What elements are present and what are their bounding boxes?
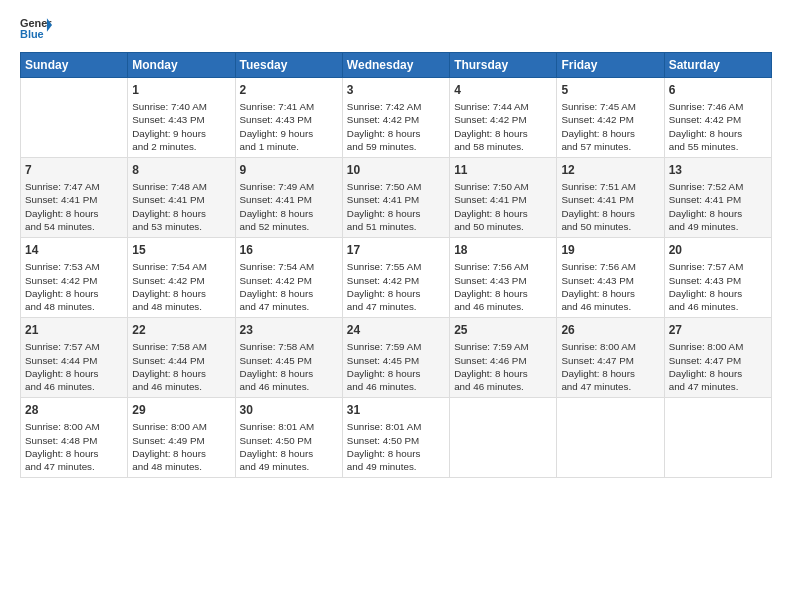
calendar-cell bbox=[21, 78, 128, 158]
day-number: 22 bbox=[132, 322, 230, 338]
calendar-cell: 21Sunrise: 7:57 AMSunset: 4:44 PMDayligh… bbox=[21, 318, 128, 398]
day-info: Sunrise: 7:52 AMSunset: 4:41 PMDaylight:… bbox=[669, 180, 767, 233]
calendar-cell: 25Sunrise: 7:59 AMSunset: 4:46 PMDayligh… bbox=[450, 318, 557, 398]
calendar-cell: 20Sunrise: 7:57 AMSunset: 4:43 PMDayligh… bbox=[664, 238, 771, 318]
calendar-cell: 31Sunrise: 8:01 AMSunset: 4:50 PMDayligh… bbox=[342, 398, 449, 478]
calendar-cell: 24Sunrise: 7:59 AMSunset: 4:45 PMDayligh… bbox=[342, 318, 449, 398]
day-number: 20 bbox=[669, 242, 767, 258]
calendar-cell: 22Sunrise: 7:58 AMSunset: 4:44 PMDayligh… bbox=[128, 318, 235, 398]
logo: GeneralBlue bbox=[20, 16, 52, 44]
day-number: 2 bbox=[240, 82, 338, 98]
day-info: Sunrise: 7:56 AMSunset: 4:43 PMDaylight:… bbox=[454, 260, 552, 313]
day-number: 13 bbox=[669, 162, 767, 178]
day-number: 14 bbox=[25, 242, 123, 258]
calendar-cell: 14Sunrise: 7:53 AMSunset: 4:42 PMDayligh… bbox=[21, 238, 128, 318]
calendar-cell: 4Sunrise: 7:44 AMSunset: 4:42 PMDaylight… bbox=[450, 78, 557, 158]
calendar-week: 28Sunrise: 8:00 AMSunset: 4:48 PMDayligh… bbox=[21, 398, 772, 478]
calendar-cell: 11Sunrise: 7:50 AMSunset: 4:41 PMDayligh… bbox=[450, 158, 557, 238]
calendar-cell: 12Sunrise: 7:51 AMSunset: 4:41 PMDayligh… bbox=[557, 158, 664, 238]
day-info: Sunrise: 7:55 AMSunset: 4:42 PMDaylight:… bbox=[347, 260, 445, 313]
day-info: Sunrise: 8:00 AMSunset: 4:47 PMDaylight:… bbox=[669, 340, 767, 393]
header-day: Friday bbox=[557, 53, 664, 78]
day-number: 26 bbox=[561, 322, 659, 338]
page-header: GeneralBlue bbox=[20, 16, 772, 44]
day-info: Sunrise: 7:58 AMSunset: 4:45 PMDaylight:… bbox=[240, 340, 338, 393]
calendar-cell bbox=[450, 398, 557, 478]
calendar-cell: 13Sunrise: 7:52 AMSunset: 4:41 PMDayligh… bbox=[664, 158, 771, 238]
calendar-cell: 23Sunrise: 7:58 AMSunset: 4:45 PMDayligh… bbox=[235, 318, 342, 398]
day-number: 16 bbox=[240, 242, 338, 258]
day-info: Sunrise: 7:57 AMSunset: 4:43 PMDaylight:… bbox=[669, 260, 767, 313]
day-number: 27 bbox=[669, 322, 767, 338]
day-info: Sunrise: 7:51 AMSunset: 4:41 PMDaylight:… bbox=[561, 180, 659, 233]
day-number: 25 bbox=[454, 322, 552, 338]
day-info: Sunrise: 8:00 AMSunset: 4:48 PMDaylight:… bbox=[25, 420, 123, 473]
day-info: Sunrise: 7:53 AMSunset: 4:42 PMDaylight:… bbox=[25, 260, 123, 313]
calendar-cell: 6Sunrise: 7:46 AMSunset: 4:42 PMDaylight… bbox=[664, 78, 771, 158]
calendar-cell: 2Sunrise: 7:41 AMSunset: 4:43 PMDaylight… bbox=[235, 78, 342, 158]
calendar-cell: 1Sunrise: 7:40 AMSunset: 4:43 PMDaylight… bbox=[128, 78, 235, 158]
day-number: 11 bbox=[454, 162, 552, 178]
day-info: Sunrise: 7:42 AMSunset: 4:42 PMDaylight:… bbox=[347, 100, 445, 153]
day-info: Sunrise: 7:50 AMSunset: 4:41 PMDaylight:… bbox=[454, 180, 552, 233]
header-day: Tuesday bbox=[235, 53, 342, 78]
logo-icon: GeneralBlue bbox=[20, 16, 52, 44]
day-info: Sunrise: 7:59 AMSunset: 4:45 PMDaylight:… bbox=[347, 340, 445, 393]
day-number: 12 bbox=[561, 162, 659, 178]
day-number: 19 bbox=[561, 242, 659, 258]
calendar-cell: 8Sunrise: 7:48 AMSunset: 4:41 PMDaylight… bbox=[128, 158, 235, 238]
calendar-table: SundayMondayTuesdayWednesdayThursdayFrid… bbox=[20, 52, 772, 478]
day-info: Sunrise: 7:47 AMSunset: 4:41 PMDaylight:… bbox=[25, 180, 123, 233]
calendar-cell: 15Sunrise: 7:54 AMSunset: 4:42 PMDayligh… bbox=[128, 238, 235, 318]
calendar-cell: 5Sunrise: 7:45 AMSunset: 4:42 PMDaylight… bbox=[557, 78, 664, 158]
day-number: 3 bbox=[347, 82, 445, 98]
calendar-week: 14Sunrise: 7:53 AMSunset: 4:42 PMDayligh… bbox=[21, 238, 772, 318]
header-day: Monday bbox=[128, 53, 235, 78]
calendar-cell: 3Sunrise: 7:42 AMSunset: 4:42 PMDaylight… bbox=[342, 78, 449, 158]
calendar-cell: 9Sunrise: 7:49 AMSunset: 4:41 PMDaylight… bbox=[235, 158, 342, 238]
day-info: Sunrise: 7:48 AMSunset: 4:41 PMDaylight:… bbox=[132, 180, 230, 233]
day-number: 10 bbox=[347, 162, 445, 178]
calendar-cell bbox=[664, 398, 771, 478]
calendar-week: 7Sunrise: 7:47 AMSunset: 4:41 PMDaylight… bbox=[21, 158, 772, 238]
calendar-cell: 29Sunrise: 8:00 AMSunset: 4:49 PMDayligh… bbox=[128, 398, 235, 478]
calendar-week: 21Sunrise: 7:57 AMSunset: 4:44 PMDayligh… bbox=[21, 318, 772, 398]
calendar-cell: 7Sunrise: 7:47 AMSunset: 4:41 PMDaylight… bbox=[21, 158, 128, 238]
day-number: 31 bbox=[347, 402, 445, 418]
day-number: 7 bbox=[25, 162, 123, 178]
calendar-cell: 16Sunrise: 7:54 AMSunset: 4:42 PMDayligh… bbox=[235, 238, 342, 318]
calendar-cell: 17Sunrise: 7:55 AMSunset: 4:42 PMDayligh… bbox=[342, 238, 449, 318]
day-info: Sunrise: 7:50 AMSunset: 4:41 PMDaylight:… bbox=[347, 180, 445, 233]
day-number: 9 bbox=[240, 162, 338, 178]
svg-text:Blue: Blue bbox=[20, 28, 44, 40]
day-number: 28 bbox=[25, 402, 123, 418]
calendar-cell bbox=[557, 398, 664, 478]
calendar-cell: 19Sunrise: 7:56 AMSunset: 4:43 PMDayligh… bbox=[557, 238, 664, 318]
day-number: 6 bbox=[669, 82, 767, 98]
header-row: SundayMondayTuesdayWednesdayThursdayFrid… bbox=[21, 53, 772, 78]
day-number: 15 bbox=[132, 242, 230, 258]
day-number: 23 bbox=[240, 322, 338, 338]
day-number: 1 bbox=[132, 82, 230, 98]
day-number: 8 bbox=[132, 162, 230, 178]
day-number: 30 bbox=[240, 402, 338, 418]
day-info: Sunrise: 7:44 AMSunset: 4:42 PMDaylight:… bbox=[454, 100, 552, 153]
calendar-cell: 27Sunrise: 8:00 AMSunset: 4:47 PMDayligh… bbox=[664, 318, 771, 398]
calendar-cell: 10Sunrise: 7:50 AMSunset: 4:41 PMDayligh… bbox=[342, 158, 449, 238]
day-info: Sunrise: 7:59 AMSunset: 4:46 PMDaylight:… bbox=[454, 340, 552, 393]
day-number: 21 bbox=[25, 322, 123, 338]
header-day: Wednesday bbox=[342, 53, 449, 78]
day-number: 5 bbox=[561, 82, 659, 98]
day-info: Sunrise: 8:01 AMSunset: 4:50 PMDaylight:… bbox=[240, 420, 338, 473]
day-info: Sunrise: 7:57 AMSunset: 4:44 PMDaylight:… bbox=[25, 340, 123, 393]
day-number: 17 bbox=[347, 242, 445, 258]
day-info: Sunrise: 7:45 AMSunset: 4:42 PMDaylight:… bbox=[561, 100, 659, 153]
day-info: Sunrise: 8:00 AMSunset: 4:47 PMDaylight:… bbox=[561, 340, 659, 393]
day-info: Sunrise: 7:54 AMSunset: 4:42 PMDaylight:… bbox=[132, 260, 230, 313]
day-info: Sunrise: 8:00 AMSunset: 4:49 PMDaylight:… bbox=[132, 420, 230, 473]
calendar-cell: 26Sunrise: 8:00 AMSunset: 4:47 PMDayligh… bbox=[557, 318, 664, 398]
day-number: 29 bbox=[132, 402, 230, 418]
day-info: Sunrise: 7:46 AMSunset: 4:42 PMDaylight:… bbox=[669, 100, 767, 153]
day-number: 4 bbox=[454, 82, 552, 98]
day-info: Sunrise: 7:40 AMSunset: 4:43 PMDaylight:… bbox=[132, 100, 230, 153]
